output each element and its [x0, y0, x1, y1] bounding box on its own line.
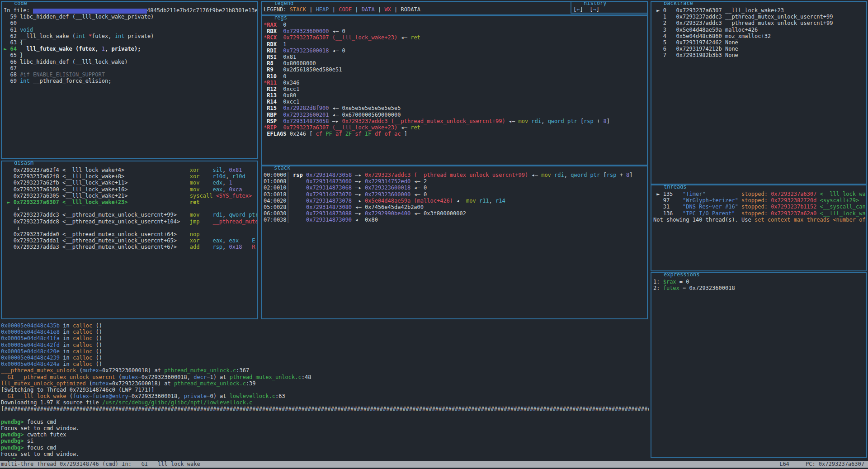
text-segment: 3 0x5e04d48ae59a malloc+426: [653, 27, 758, 33]
text-segment: "DNS Res~ver #16": [683, 204, 738, 210]
text-segment: = 0x729323600018: [679, 285, 735, 291]
text-segment: ]: [401, 131, 407, 137]
terminal-line: [←] [→]: [573, 6, 647, 13]
terminal-line: 0x7293237a6300 <__lll_lock_wake+16> mov …: [4, 186, 257, 193]
text-segment: ◂— 0: [329, 28, 345, 34]
text-segment: |: [306, 6, 316, 13]
text-segment: ► 0x7293237a6307 <__lll_lock_wake+23>: [4, 199, 128, 205]
panel-title: disasm: [13, 161, 35, 166]
text-segment: [816, 204, 820, 210]
text-segment: ret: [410, 34, 420, 41]
text-segment: [128, 186, 190, 193]
terminal-line: 3 0x5e04d48ae59a malloc+426: [653, 27, 866, 33]
status-bar-pc: L64 PC: 0x7293237a6307: [779, 461, 864, 468]
cmd-console[interactable]: 0x00005e04d48c435b in calloc ()0x00005e0…: [1, 322, 649, 459]
panel-title: threads: [662, 185, 688, 190]
text-segment: [551, 172, 554, 178]
text-segment: __pthread_force_elision;: [30, 78, 112, 84]
history-forward-button[interactable]: →: [593, 6, 596, 13]
panel-content: ► 0 0x7293237a6307 __lll_lock_wake+23 1 …: [653, 7, 866, 184]
text-segment: |: [375, 6, 385, 13]
text-segment: 0x80: [277, 92, 296, 99]
text-segment: [277, 47, 283, 54]
text-segment: 01:0008: [264, 178, 287, 185]
text-segment: 0x7293237a6307: [771, 191, 816, 197]
terminal-line: ↓: [4, 205, 257, 212]
text-segment: ZF: [345, 131, 355, 137]
text-segment: in: [60, 348, 73, 355]
text-segment: 0x7293237addc3 (__pthread_mutex_unlock_u…: [342, 118, 505, 124]
history-back-button[interactable]: ]: [580, 6, 583, 13]
text-segment: │: [287, 172, 290, 178]
text-segment: in: [60, 335, 73, 341]
text-segment: ,: [489, 198, 495, 204]
text-segment: 0x7292990be400: [365, 210, 410, 217]
text-segment: sf: [355, 131, 365, 137]
text-segment: [277, 105, 283, 111]
text-segment: 4 0x5e04d48c6860 moz_xmalloc+32: [653, 33, 771, 39]
text-segment: ◂— 0x6700000569000000: [329, 112, 401, 118]
terminal-line: 0x7293237adda1 <__pthread_mutex_unlock_u…: [4, 237, 257, 244]
code-panel: code In file: 4845db211e7b42c7176f9be21b…: [1, 1, 258, 159]
terminal-line: 0x7293237a62fb <__lll_lock_wake+11> mov …: [4, 180, 257, 186]
text-segment: 0x729314873060: [306, 178, 352, 185]
text-segment: 7 0x72931982b3b3 None: [653, 52, 738, 58]
text-segment: ◂— 0x7456e45da42b2a00: [352, 204, 424, 210]
terminal-line: 0x00005e04d48c435b in calloc (): [1, 322, 649, 329]
text-segment: 0x729282d8f900: [283, 105, 329, 111]
text-segment: rsp: [212, 244, 222, 250]
text-segment: 06:0030: [264, 210, 287, 217]
text-segment: 0x729314752ed0: [365, 178, 410, 185]
text-segment: mov: [190, 212, 200, 218]
text-segment: 0x00005e04d48c41fa: [1, 335, 60, 341]
text-segment: #if ENABLE_ELISION_SUPPORT: [20, 71, 105, 78]
text-segment: lll_mutex_unlock_optimized: [1, 380, 86, 387]
terminal-line: pwndbg> focus cmd: [1, 445, 649, 451]
text-segment: +: [616, 172, 626, 178]
text-segment: in: [60, 361, 73, 367]
text-segment: 0x7293237a6307 (__lll_lock_wake+23): [283, 124, 397, 131]
text-segment: [: [577, 118, 584, 124]
text-segment: xor: [190, 237, 200, 244]
text-segment: decr: [193, 374, 207, 380]
text-segment: 63 {: [4, 39, 23, 46]
text-segment: 68: [4, 71, 20, 78]
text-segment: DATA: [362, 6, 375, 13]
text-segment: [33, 9, 147, 14]
text-segment: [Switching to Thread 0x7293148746c0 (LWP…: [1, 387, 155, 393]
terminal-line: *RAX 0: [264, 22, 647, 28]
text-segment: ◂—: [505, 118, 519, 124]
text-segment: 0x7293237b1152: [771, 204, 816, 210]
text-segment: HEAP: [316, 6, 329, 13]
terminal-line: ► 135 "Timer" stopped: 0x7293237a6307 <_…: [653, 191, 866, 197]
terminal-line: 69 int __pthread_force_elision;: [4, 78, 257, 84]
text-segment: in: [60, 355, 73, 361]
text-segment: 0x7293237addc3 <__pthread_mutex_unlock_u…: [4, 212, 177, 218]
text-segment: RDX: [264, 41, 277, 47]
terminal-line: 0x00005e04d48c420e in calloc (): [1, 348, 649, 355]
text-segment: 61: [4, 27, 20, 33]
text-segment: 31: [653, 204, 683, 210]
text-segment: ◂—: [397, 124, 410, 131]
text-segment: void: [20, 27, 33, 33]
text-segment: private: [184, 393, 207, 399]
text-segment: ,: [541, 118, 547, 124]
text-segment: —▸: [352, 191, 365, 198]
text-segment: 0x7293237a62a0: [771, 210, 816, 217]
text-segment: 0x00005e04d48c435b: [1, 322, 60, 329]
prompt[interactable]: pwndbg>: [1, 457, 27, 459]
text-segment: si: [27, 438, 33, 444]
terminal-line: 1 0x7293237addc3 __pthread_mutex_unlock_…: [653, 14, 866, 20]
text-segment: mov: [190, 186, 200, 193]
terminal-line: ► 0 0x7293237a6307 __lll_lock_wake+23: [653, 7, 866, 14]
text-segment: af: [335, 131, 345, 137]
text-segment: [200, 244, 213, 250]
text-segment: 0x246 [: [287, 131, 316, 137]
text-segment: 65 }: [4, 52, 23, 58]
terminal-line: Not showing 140 thread(s). Use set conte…: [653, 217, 866, 223]
terminal-line: 0x7293237adda3 <__pthread_mutex_unlock_u…: [4, 244, 257, 250]
history-forward-button[interactable]: ]: [596, 6, 599, 13]
terminal-line: ↓: [4, 225, 257, 231]
panel-content: ► 135 "Timer" stopped: 0x7293237a6307 <_…: [653, 191, 866, 270]
text-segment: ac: [394, 131, 401, 137]
